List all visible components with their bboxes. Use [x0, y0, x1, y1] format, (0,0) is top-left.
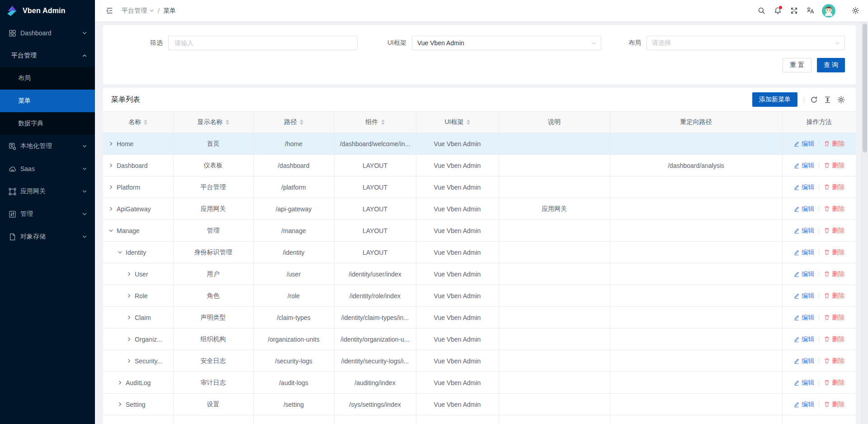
chevron-down-icon: [835, 40, 840, 46]
sort-icon[interactable]: [467, 119, 470, 125]
expand-row-icon[interactable]: [108, 185, 113, 190]
edit-button[interactable]: 编辑: [793, 248, 814, 257]
edit-button[interactable]: 编辑: [793, 357, 814, 365]
fullscreen-button[interactable]: [786, 3, 802, 19]
edit-button[interactable]: 编辑: [793, 270, 814, 278]
edit-button[interactable]: 编辑: [793, 162, 814, 170]
layout-select[interactable]: 请选择: [646, 36, 845, 50]
delete-button[interactable]: 删除: [824, 379, 844, 387]
edit-button[interactable]: 编辑: [793, 379, 814, 387]
table-row[interactable]: Claim声明类型/claim-types/identity/claim-typ…: [103, 307, 856, 329]
reset-button[interactable]: 重 置: [783, 58, 811, 72]
expand-row-icon[interactable]: [127, 315, 132, 320]
sidebar-collapse-button[interactable]: [103, 4, 116, 18]
delete-button[interactable]: 删除: [824, 227, 844, 235]
expand-row-icon[interactable]: [127, 358, 132, 363]
edit-button[interactable]: 编辑: [793, 314, 814, 322]
delete-button[interactable]: 删除: [824, 270, 844, 278]
notification-button[interactable]: [769, 3, 786, 19]
expand-row-icon[interactable]: [108, 141, 113, 146]
cell-redirect: [610, 307, 782, 329]
sidebar-item-dictionary[interactable]: 数据字典: [0, 112, 95, 135]
edit-button[interactable]: 编辑: [793, 335, 814, 343]
expand-row-icon[interactable]: [108, 163, 113, 168]
sidebar-item-layout[interactable]: 布局: [0, 67, 95, 90]
edit-button[interactable]: 编辑: [793, 400, 814, 409]
table-settings-button[interactable]: [834, 93, 848, 106]
logo-link[interactable]: Vben Admin: [0, 0, 95, 22]
add-menu-button[interactable]: 添加新菜单: [752, 92, 797, 107]
sidebar-item-menu[interactable]: 菜单: [0, 90, 95, 112]
delete-button[interactable]: 删除: [824, 292, 844, 300]
delete-button[interactable]: 删除: [824, 140, 844, 148]
column-header[interactable]: 组件: [334, 112, 416, 133]
delete-button[interactable]: 删除: [824, 183, 844, 191]
table-row[interactable]: Home首页/home/dashboard/welcome/in...Vue V…: [103, 133, 856, 155]
empty-cell: [334, 415, 416, 424]
search-submit-button[interactable]: 查 询: [817, 58, 845, 72]
sort-icon[interactable]: [144, 119, 147, 125]
sort-icon[interactable]: [226, 119, 229, 125]
sidebar-item-platform[interactable]: 平台管理: [0, 44, 95, 67]
ui-framework-select[interactable]: Vue Vben Admin: [412, 36, 601, 50]
delete-button[interactable]: 删除: [824, 357, 844, 365]
expand-row-icon[interactable]: [127, 293, 132, 298]
sort-icon[interactable]: [300, 119, 303, 125]
table-row[interactable]: ApiGateway应用网关/api-gatewayLAYOUTVue Vben…: [103, 198, 856, 220]
search-button[interactable]: [753, 3, 769, 19]
settings-button[interactable]: [847, 3, 863, 19]
edit-button[interactable]: 编辑: [793, 140, 814, 148]
cell-ui-framework: Vue Vben Admin: [416, 329, 499, 350]
sidebar-item-localization[interactable]: 本地化管理: [0, 135, 95, 157]
sidebar-item-storage[interactable]: 对象存储: [0, 225, 95, 248]
table-row[interactable]: Organiz...组织机构/organization-units/identi…: [103, 329, 856, 350]
table-row[interactable]: User用户/user/identity/user/indexVue Vben …: [103, 263, 856, 285]
table-row[interactable]: Identity身份标识管理/identityLAYOUTVue Vben Ad…: [103, 242, 856, 263]
table-row[interactable]: Platform平台管理/platformLAYOUTVue Vben Admi…: [103, 176, 856, 198]
scrollbar-thumb[interactable]: [863, 24, 867, 152]
sidebar-item-label: 本地化管理: [20, 142, 52, 150]
language-switch-button[interactable]: [802, 3, 818, 19]
expand-row-icon[interactable]: [118, 402, 123, 407]
collapse-row-icon[interactable]: [118, 250, 123, 255]
delete-button[interactable]: 删除: [824, 205, 844, 213]
table-row[interactable]: AuditLog审计日志/audit-logs/auditing/indexVu…: [103, 372, 856, 394]
column-header[interactable]: 显示名称: [173, 112, 253, 133]
column-header-label: 名称: [128, 118, 141, 126]
sidebar-item-gateway[interactable]: 应用网关: [0, 180, 95, 203]
expand-row-icon[interactable]: [108, 206, 113, 211]
edit-button[interactable]: 编辑: [793, 205, 814, 213]
expand-row-icon[interactable]: [118, 380, 123, 385]
sidebar-item-saas[interactable]: Saas: [0, 157, 95, 180]
table-row[interactable]: Role角色/role/identity/role/indexVue Vben …: [103, 285, 856, 307]
cell-path: /role: [253, 285, 334, 307]
delete-button[interactable]: 删除: [824, 335, 844, 343]
cell-display-name: 管理: [173, 220, 253, 242]
column-header[interactable]: 名称: [103, 112, 173, 133]
sidebar-item-dashboard[interactable]: Dashboard: [0, 22, 95, 44]
column-header[interactable]: 路径: [253, 112, 334, 133]
edit-button[interactable]: 编辑: [793, 227, 814, 235]
edit-button[interactable]: 编辑: [793, 292, 814, 300]
refresh-button[interactable]: [807, 93, 821, 106]
table-row[interactable]: Setting设置/setting/sys/settings/indexVue …: [103, 394, 856, 415]
delete-button[interactable]: 删除: [824, 248, 844, 257]
table-row[interactable]: Dashboard仪表板/dashboardLAYOUTVue Vben Adm…: [103, 155, 856, 176]
delete-button[interactable]: 删除: [824, 400, 844, 409]
vertical-scrollbar[interactable]: [861, 22, 868, 424]
filter-keyword-input[interactable]: [174, 39, 352, 47]
breadcrumb-item-platform[interactable]: 平台管理: [122, 7, 154, 15]
table-row[interactable]: Manage管理/manageLAYOUTVue Vben Admin编辑删除: [103, 220, 856, 242]
column-header[interactable]: UI框架: [416, 112, 499, 133]
collapse-row-icon[interactable]: [108, 228, 113, 233]
user-avatar[interactable]: [822, 4, 835, 18]
row-height-button[interactable]: [821, 93, 834, 106]
edit-button[interactable]: 编辑: [793, 183, 814, 191]
table-row[interactable]: Security...安全日志/security-logs/identity/s…: [103, 350, 856, 372]
expand-row-icon[interactable]: [127, 337, 132, 342]
sort-icon[interactable]: [381, 119, 385, 125]
expand-row-icon[interactable]: [127, 272, 132, 276]
sidebar-item-manage[interactable]: 管理: [0, 203, 95, 225]
delete-button[interactable]: 删除: [824, 162, 844, 170]
delete-button[interactable]: 删除: [824, 314, 844, 322]
